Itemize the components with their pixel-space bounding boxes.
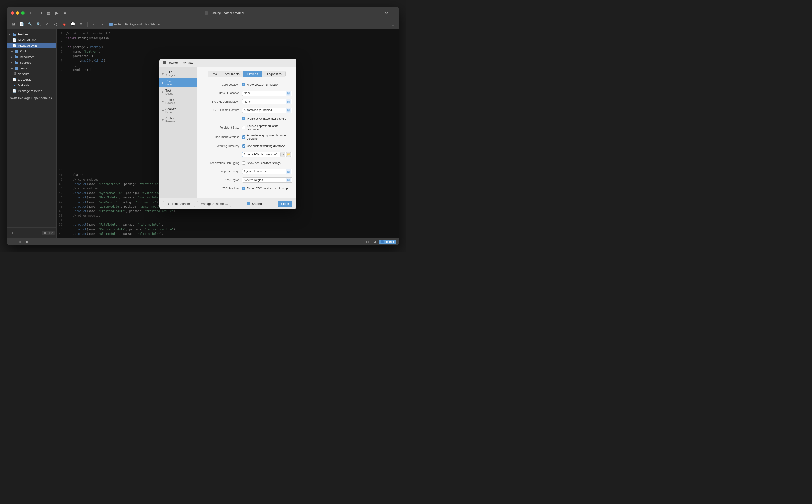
forward-icon[interactable]: › [99,21,105,28]
chevron-right-icon-4: ▶ [11,67,13,70]
plus-icon[interactable]: ＋ [378,11,382,15]
storekit-value: None ⊞ [242,99,292,104]
chevron-right-icon-3: ▶ [11,61,13,64]
panel-icon[interactable]: ⊡ [389,21,396,28]
sidebar-item-db[interactable]: 🗄 db.sqlite [7,71,56,77]
public-folder-icon [15,49,18,53]
swift-deps-label: Swift Package Dependencies [10,97,52,100]
tab-options[interactable]: Options [243,71,262,77]
storekit-dropdown[interactable]: None ⊞ [242,99,292,104]
refresh-icon[interactable]: ↺ [384,11,388,15]
tab-diagnostics[interactable]: Diagnostics [262,71,285,77]
working-dir-input[interactable]: /Users/tib/feather/website/ ⊗ 📁 [242,152,292,157]
bookmark-icon[interactable]: 🔖 [61,21,67,28]
sidebar-item-resources[interactable]: ▶ Resources [7,54,56,60]
close-button[interactable] [11,11,14,15]
allow-location-checkbox[interactable] [242,83,245,86]
scheme-sidebar: ▶ Build 2 targets ▶ Run Debug [159,67,197,198]
scheme-item-build[interactable]: ▶ Build 2 targets [159,69,197,78]
xpc-label: XPC Services [201,187,242,190]
doc-versions-checkbox[interactable] [242,135,245,139]
sidebar-toggle-icon[interactable]: ⊞ [28,10,35,16]
scheme-item-profile[interactable]: ▶ Profile Release [159,97,197,106]
doc-versions-checkbox-row[interactable]: Allow debugging when browsing versions [242,134,292,140]
localization-checkbox-row[interactable]: Show non-localized strings [242,161,281,165]
grid-icon[interactable]: ⊞ [10,21,17,28]
sidebar-item-sources[interactable]: ▶ Sources [7,60,56,65]
warning-icon[interactable]: ⚠ [44,21,50,28]
stop-button[interactable]: ■ [62,10,68,16]
tab-arguments[interactable]: Arguments [221,71,243,77]
profile-gpu-checkbox-row[interactable]: Profile GPU Trace after capture [242,117,286,120]
inspector-panel-icon[interactable]: ☰ [381,21,387,28]
sidebar-item-package-swift[interactable]: 📄 Package.swift [7,43,56,48]
back-icon[interactable]: ‹ [90,21,97,28]
navigator-icon[interactable]: ⊡ [37,10,43,16]
status-split-icon[interactable]: ⊟ [365,239,370,245]
toolbar-separator [87,22,88,27]
manage-schemes-button[interactable]: Manage Schemes... [197,201,231,207]
sidebar-item-makefile[interactable]: ■ Makefile [7,82,56,88]
maximize-button[interactable] [21,11,25,15]
run-button[interactable]: ▶ [54,10,60,16]
profile-gpu-checkbox[interactable] [242,117,245,120]
status-left-icon[interactable]: ◀ [372,239,378,245]
svg-rect-9 [15,67,16,68]
layout-icon[interactable]: ⊡ [391,11,395,15]
doc-versions-label: Document Versions [201,135,242,139]
scheme-item-analyze[interactable]: ▶ Analyze Debug [159,106,197,115]
profile-gpu-checkbox-label: Profile GPU Trace after capture [247,117,286,120]
search-icon[interactable]: 🔍 [35,21,42,28]
build-label: Build [165,70,176,74]
tab-info[interactable]: Info [208,71,221,77]
sidebar-project-label: feather [18,33,54,36]
archive-chevron: ▶ [162,118,164,121]
status-add-icon[interactable]: ＋ [10,239,16,245]
diff-icon[interactable]: ◎ [52,21,59,28]
shared-checkbox[interactable] [247,202,250,205]
svg-rect-4 [15,56,18,58]
localization-checkbox[interactable] [242,161,245,165]
sidebar-item-package-resolved[interactable]: 📄 Package.resolved [7,88,56,94]
allow-location-checkbox-row[interactable]: Allow Location Simulation [242,83,279,86]
browse-input-button[interactable]: 📁 [286,152,291,157]
sidebar-item-license[interactable]: 📄 LICENSE [7,77,56,82]
scheme-item-run[interactable]: ▶ Run Debug [159,78,197,87]
default-location-dropdown[interactable]: None ⊞ [242,91,292,96]
persistent-state-checkbox-row[interactable]: Launch app without state restoration [242,124,292,131]
sidebar-item-readme[interactable]: 📄 README.md [7,37,56,43]
inspector-icon[interactable]: ▤ [45,10,52,16]
sidebar-item-public[interactable]: ▶ Public [7,48,56,54]
xpc-checkbox-row[interactable]: Debug XPC services used by app [242,187,289,190]
list-icon[interactable]: ≡ [78,21,84,28]
app-language-row: App Language System Language ⊞ [201,169,292,174]
xpc-checkbox[interactable] [242,187,245,190]
tests-folder-icon [15,66,18,70]
tools-icon[interactable]: 🔧 [27,21,34,28]
duplicate-scheme-button[interactable]: Duplicate Scheme [163,201,195,207]
sidebar-item-feather-root[interactable]: ▾ feather [7,31,56,37]
app-region-dropdown[interactable]: System Region ⊞ [242,177,292,183]
status-pause-icon[interactable]: ⏸ [24,239,30,245]
working-dir-checkbox-row[interactable]: Use custom working directory: [242,144,285,148]
add-icon[interactable]: ＋ [9,230,16,236]
modal-body: ▶ Build 2 targets ▶ Run Debug [159,67,296,198]
close-button[interactable]: Close [277,201,292,207]
persistent-state-checkbox[interactable] [242,126,245,129]
bubble-icon[interactable]: 💬 [69,21,76,28]
sidebar-item-tests[interactable]: ▶ Tests [7,65,56,71]
file-icon[interactable]: 📄 [18,21,25,28]
breadcrumb-package-icon [109,23,113,26]
minimize-button[interactable] [16,11,19,15]
app-language-dropdown[interactable]: System Language ⊞ [242,169,292,174]
working-dir-checkbox[interactable] [242,144,245,148]
doc-versions-checkbox-label: Allow debugging when browsing versions [247,134,292,140]
storekit-value-text: None [244,100,251,103]
gpu-frame-dropdown[interactable]: Automatically Enabled ⊞ [242,108,292,113]
scheme-item-archive[interactable]: ▶ Archive Release [159,115,197,124]
status-nav-icon[interactable]: ⊞ [17,239,23,245]
clear-input-button[interactable]: ⊗ [280,152,285,157]
scheme-item-test[interactable]: ▶ Test Debug [159,87,197,97]
status-view-icon[interactable]: ⊡ [358,239,364,245]
analyze-sub: Debug [165,111,176,113]
